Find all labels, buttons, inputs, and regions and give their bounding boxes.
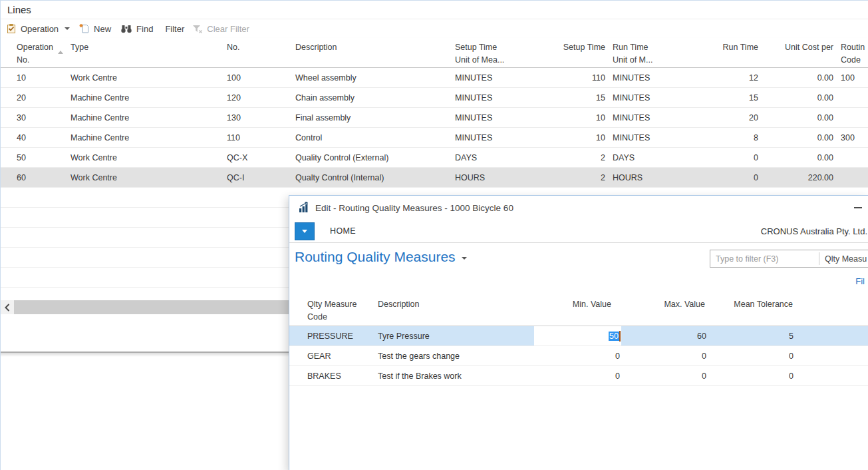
cell-min-value[interactable]: 0: [534, 352, 621, 361]
cell-unit-cost[interactable]: 0.00: [760, 113, 835, 122]
dialog-title-bar[interactable]: Edit - Routing Quality Measures - 1000 B…: [289, 196, 868, 220]
header-run-time[interactable]: Run Time: [692, 41, 760, 54]
header-type[interactable]: Type: [69, 41, 224, 54]
clear-filter-button[interactable]: Clear Filter: [192, 24, 249, 34]
header-qlty-measure-code[interactable]: Qlty Measure Code: [289, 298, 377, 324]
cell-min-value-editing[interactable]: 50: [534, 326, 621, 346]
header-no[interactable]: No.: [224, 41, 293, 54]
cell-run-uom[interactable]: MINUTES: [607, 113, 692, 122]
cell-routing-code[interactable]: 300: [835, 133, 868, 142]
cell-type[interactable]: Work Centre: [69, 153, 224, 162]
cell-mean-tolerance[interactable]: 0: [709, 371, 799, 381]
cell-description[interactable]: Control: [293, 133, 454, 142]
header-setup-time-uom[interactable]: Setup Time Unit of Mea...: [454, 41, 525, 67]
table-row-selected[interactable]: 60 Work Centre QC-I Qualty Control (Inte…: [1, 168, 868, 188]
filter-button[interactable]: Filter: [165, 24, 184, 34]
cell-setup-time[interactable]: 10: [525, 133, 607, 142]
header-description[interactable]: Description: [377, 298, 534, 311]
inline-editor[interactable]: 50: [534, 326, 621, 346]
filter-scope-dropdown[interactable]: Qlty Measu: [819, 254, 867, 264]
cell-max-value[interactable]: 0: [621, 352, 709, 361]
cell-setup-time[interactable]: 2: [525, 153, 607, 162]
cell-setup-time[interactable]: 10: [525, 113, 607, 122]
table-row[interactable]: 30 Machine Centre 130 Final assembly MIN…: [1, 108, 868, 128]
cell-setup-uom[interactable]: MINUTES: [454, 73, 525, 83]
cell-max-value[interactable]: 0: [621, 371, 709, 381]
header-setup-time[interactable]: Setup Time: [525, 41, 607, 54]
cell-operation-no[interactable]: 40: [1, 133, 69, 142]
new-button[interactable]: New: [79, 23, 111, 34]
table-row[interactable]: 40 Machine Centre 110 Control MINUTES 10…: [1, 128, 868, 148]
cell-operation-no[interactable]: 30: [1, 113, 69, 122]
cell-mean-tolerance[interactable]: 0: [709, 352, 799, 361]
cell-operation-no[interactable]: 10: [1, 73, 69, 83]
cell-setup-time[interactable]: 2: [525, 173, 607, 182]
table-row-selected[interactable]: PRESSURE Tyre Pressure 50 60 5: [289, 326, 868, 346]
cell-description[interactable]: Tyre Pressure: [377, 332, 534, 341]
cell-run-time[interactable]: 20: [692, 113, 760, 122]
cell-qlty-measure-code[interactable]: GEAR: [289, 352, 377, 361]
table-row[interactable]: 10 Work Centre 100 Wheel assembly MINUTE…: [1, 68, 868, 88]
cell-qlty-measure-code[interactable]: BRAKES: [289, 371, 377, 381]
cell-setup-uom[interactable]: MINUTES: [454, 133, 525, 142]
header-unit-cost-per[interactable]: Unit Cost per: [760, 41, 835, 54]
cell-run-time[interactable]: 8: [692, 133, 760, 142]
cell-description[interactable]: Qualty Control (Internal): [293, 173, 454, 182]
tab-home[interactable]: HOME: [330, 226, 356, 236]
header-run-time-uom[interactable]: Run Time Unit of M...: [607, 41, 692, 67]
find-button[interactable]: Find: [120, 23, 153, 34]
cell-operation-no[interactable]: 50: [1, 153, 69, 162]
cell-description[interactable]: Final assembly: [293, 113, 454, 122]
cell-no[interactable]: 110: [224, 133, 293, 142]
cell-run-uom[interactable]: MINUTES: [607, 133, 692, 142]
cell-unit-cost[interactable]: 220.00: [760, 173, 835, 182]
cell-run-time[interactable]: 0: [692, 153, 760, 162]
cell-description[interactable]: Test if the Brakes work: [377, 371, 534, 381]
cell-run-uom[interactable]: MINUTES: [607, 73, 692, 83]
minimize-icon[interactable]: [854, 207, 862, 208]
table-row[interactable]: 20 Machine Centre 120 Chain assembly MIN…: [1, 88, 868, 108]
cell-type[interactable]: Machine Centre: [69, 133, 224, 142]
cell-run-time[interactable]: 12: [692, 73, 760, 83]
cell-description[interactable]: Quality Control (External): [293, 153, 454, 162]
cell-setup-uom[interactable]: DAYS: [454, 153, 525, 162]
header-routing-code[interactable]: Routin Code: [835, 41, 868, 67]
cell-setup-uom[interactable]: HOURS: [454, 173, 525, 182]
header-max-value[interactable]: Max. Value: [621, 298, 709, 311]
cell-no[interactable]: 130: [224, 113, 293, 122]
cell-run-uom[interactable]: HOURS: [607, 173, 692, 182]
cell-run-uom[interactable]: DAYS: [607, 153, 692, 162]
cell-run-time[interactable]: 0: [692, 173, 760, 182]
table-row[interactable]: 50 Work Centre QC-X Quality Control (Ext…: [1, 148, 868, 168]
cell-type[interactable]: Machine Centre: [69, 113, 224, 122]
header-mean-tolerance[interactable]: Mean Tolerance: [709, 298, 799, 311]
cell-setup-time[interactable]: 110: [525, 73, 607, 83]
cell-operation-no[interactable]: 60: [1, 173, 69, 182]
page-title-dropdown[interactable]: Routing Quality Measures: [295, 249, 467, 265]
cell-unit-cost[interactable]: 0.00: [760, 153, 835, 162]
table-row[interactable]: BRAKES Test if the Brakes work 0 0 0: [289, 366, 868, 386]
cell-setup-time[interactable]: 15: [525, 93, 607, 103]
cell-setup-uom[interactable]: MINUTES: [454, 113, 525, 122]
header-operation-no[interactable]: Operation No.: [1, 41, 69, 67]
filter-input[interactable]: [710, 254, 815, 264]
cell-min-value[interactable]: 0: [534, 371, 621, 381]
cell-no[interactable]: QC-X: [224, 153, 293, 162]
table-row[interactable]: GEAR Test the gears change 0 0 0: [289, 346, 868, 366]
cell-operation-no[interactable]: 20: [1, 93, 69, 103]
cell-unit-cost[interactable]: 0.00: [760, 93, 835, 103]
scroll-left-button[interactable]: [1, 300, 14, 314]
cell-no[interactable]: 100: [224, 73, 293, 83]
cell-no[interactable]: 120: [224, 93, 293, 103]
cell-run-time[interactable]: 15: [692, 93, 760, 103]
cell-mean-tolerance[interactable]: 5: [709, 332, 799, 341]
operation-menu-button[interactable]: Operation: [6, 23, 70, 34]
cell-description[interactable]: Test the gears change: [377, 352, 534, 361]
cell-qlty-measure-code[interactable]: PRESSURE: [289, 332, 377, 341]
cell-type[interactable]: Work Centre: [69, 173, 224, 182]
advanced-filter-link[interactable]: Fil: [855, 276, 865, 286]
cell-run-uom[interactable]: MINUTES: [607, 93, 692, 103]
cell-no[interactable]: QC-I: [224, 173, 293, 182]
cell-type[interactable]: Machine Centre: [69, 93, 224, 103]
cell-setup-uom[interactable]: MINUTES: [454, 93, 525, 103]
